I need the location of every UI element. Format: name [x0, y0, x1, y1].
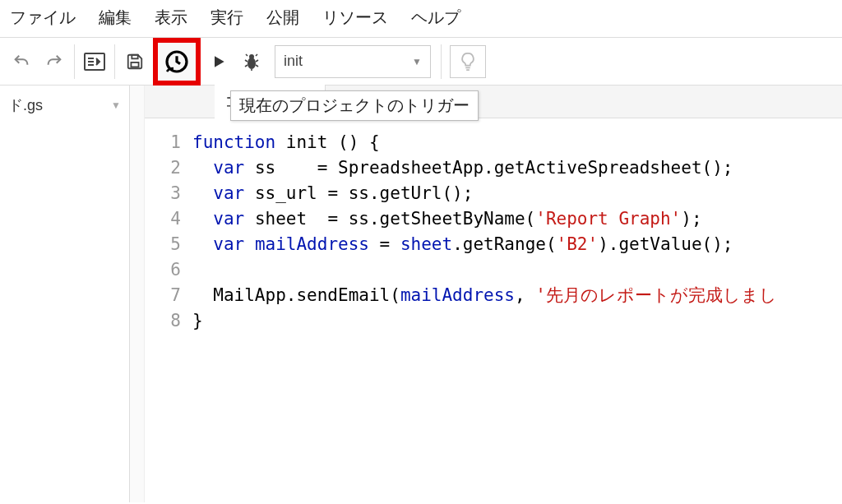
toolbar-divider: [74, 44, 75, 79]
sidebar-file-label: ド.gs: [8, 95, 43, 115]
redo-icon: [45, 53, 63, 71]
toolbar-divider: [114, 44, 115, 79]
lightbulb-icon: [459, 51, 477, 72]
sidebar-file-item[interactable]: ド.gs ▼: [0, 86, 129, 125]
triggers-button[interactable]: [158, 43, 196, 81]
save-icon: [126, 53, 144, 71]
editor-area: コード.gs ✕ 12345678 function init () { var…: [145, 86, 842, 502]
svg-rect-2: [132, 54, 137, 58]
menu-publish[interactable]: 公開: [266, 7, 299, 29]
toolbar: init ▼: [0, 38, 842, 86]
run-button[interactable]: [202, 45, 235, 78]
menu-file[interactable]: ファイル: [10, 7, 76, 29]
svg-point-4: [248, 58, 256, 69]
undo-button[interactable]: [5, 45, 38, 78]
svg-rect-1: [131, 62, 138, 67]
toolbar-divider: [441, 44, 442, 79]
line-numbers: 12345678: [145, 130, 192, 502]
play-icon: [210, 53, 227, 70]
bug-icon: [242, 52, 261, 72]
indent-button[interactable]: [78, 45, 111, 78]
file-sidebar: ド.gs ▼: [0, 86, 130, 502]
menu-edit[interactable]: 編集: [99, 7, 132, 29]
menu-resources[interactable]: リソース: [322, 7, 388, 29]
triggers-button-highlight: [153, 38, 201, 86]
clock-icon: [164, 49, 190, 75]
menu-run[interactable]: 実行: [210, 7, 243, 29]
help-tips-button[interactable]: [450, 45, 486, 78]
triggers-tooltip: 現在のプロジェクトのトリガー: [230, 90, 479, 121]
menu-bar: ファイル 編集 表示 実行 公開 リソース ヘルプ: [0, 0, 842, 38]
menu-help[interactable]: ヘルプ: [411, 7, 460, 29]
redo-button[interactable]: [38, 45, 71, 78]
chevron-down-icon: ▼: [111, 99, 121, 111]
function-selector[interactable]: init ▼: [275, 45, 431, 78]
code-content[interactable]: function init () { var ss = SpreadsheetA…: [192, 130, 842, 502]
save-button[interactable]: [118, 45, 151, 78]
workspace: ド.gs ▼ コード.gs ✕ 12345678 function init (…: [0, 86, 842, 502]
gutter-strip: [130, 86, 145, 502]
undo-icon: [12, 53, 30, 71]
chevron-down-icon: ▼: [412, 56, 422, 67]
code-editor[interactable]: 12345678 function init () { var ss = Spr…: [145, 118, 842, 502]
svg-point-5: [249, 54, 254, 59]
menu-view[interactable]: 表示: [155, 7, 187, 29]
function-selector-label: init: [284, 53, 303, 70]
debug-button[interactable]: [235, 45, 268, 78]
svg-rect-0: [85, 53, 104, 70]
indent-icon: [83, 52, 106, 72]
